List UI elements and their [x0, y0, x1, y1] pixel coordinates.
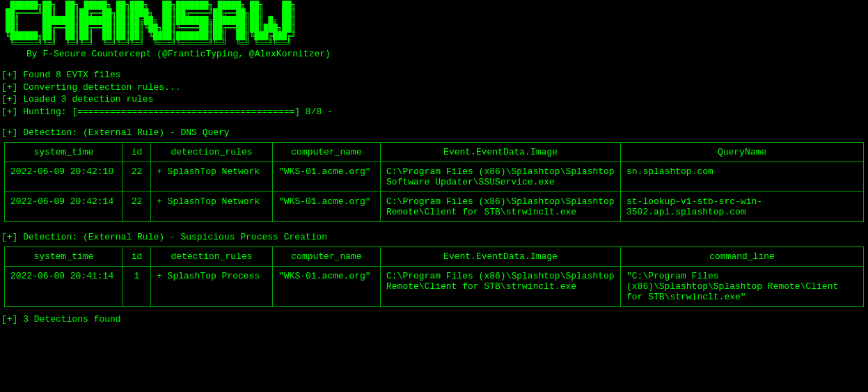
table-row: 2022-06-09 20:41:14 1 + SplashTop Proces… — [5, 267, 864, 307]
cell-command-line: "C:\Program Files (x86)\Splashtop\Splash… — [621, 267, 864, 307]
status-hunting: [+] Hunting: [==========================… — [1, 106, 868, 118]
status-found: [+] Found 8 EVTX files — [1, 69, 868, 81]
detection-table-process: system_time id detection_rules computer_… — [4, 246, 864, 307]
cell-system-time: 2022-06-09 20:41:14 — [5, 267, 123, 307]
col-image: Event.EventData.Image — [381, 143, 621, 162]
cell-system-time: 2022-06-09 20:42:10 — [5, 162, 123, 192]
cell-id: 22 — [123, 192, 151, 222]
table-row: 2022-06-09 20:42:10 22 + SplashTop Netwo… — [5, 162, 864, 192]
cell-id: 22 — [123, 162, 151, 192]
ascii-logo: ██████╗██╗ ██╗ █████╗ ██╗███╗ ██╗███████… — [6, 1, 868, 47]
col-computer-name: computer_name — [273, 143, 381, 162]
cell-detection-rules: + SplashTop Process — [151, 267, 273, 307]
status-loaded: [+] Loaded 3 detection rules — [1, 93, 868, 106]
cell-queryname: sn.splashtop.com — [621, 162, 864, 192]
col-queryname: QueryName — [621, 143, 864, 162]
col-system-time: system_time — [5, 143, 123, 162]
detection-header-process: [+] Detection: (External Rule) - Suspici… — [1, 232, 868, 242]
col-computer-name: computer_name — [273, 247, 381, 267]
byline: By F-Secure Countercept (@FranticTyping,… — [26, 49, 868, 59]
cell-computer-name: "WKS-01.acme.org" — [273, 267, 381, 307]
status-converting: [+] Converting detection rules... — [1, 81, 868, 94]
cell-system-time: 2022-06-09 20:42:14 — [5, 192, 123, 222]
table-header-row: system_time id detection_rules computer_… — [5, 247, 864, 267]
col-detection-rules: detection_rules — [151, 247, 273, 267]
table-header-row: system_time id detection_rules computer_… — [5, 143, 864, 162]
cell-computer-name: "WKS-01.acme.org" — [273, 192, 381, 222]
col-detection-rules: detection_rules — [151, 143, 273, 162]
col-system-time: system_time — [5, 247, 123, 267]
summary: [+] 3 Detections found — [1, 314, 868, 324]
cell-image: C:\Program Files (x86)\Splashtop\Splasht… — [381, 192, 621, 222]
col-command-line: command_line — [621, 247, 864, 267]
cell-computer-name: "WKS-01.acme.org" — [273, 162, 381, 192]
cell-queryname: st-lookup-v1-stb-src-win-3502.api.splash… — [621, 192, 864, 222]
col-id: id — [123, 247, 151, 267]
table-row: 2022-06-09 20:42:14 22 + SplashTop Netwo… — [5, 192, 864, 222]
cell-image: C:\Program Files (x86)\Splashtop\Splasht… — [381, 267, 621, 307]
cell-id: 1 — [123, 267, 151, 307]
col-image: Event.EventData.Image — [381, 247, 621, 267]
detection-table-dns: system_time id detection_rules computer_… — [4, 142, 864, 222]
detection-header-dns: [+] Detection: (External Rule) - DNS Que… — [1, 127, 868, 138]
cell-detection-rules: + SplashTop Network — [151, 162, 273, 192]
cell-detection-rules: + SplashTop Network — [151, 192, 273, 222]
col-id: id — [123, 143, 151, 162]
cell-image: C:\Program Files (x86)\Splashtop\Splasht… — [381, 162, 621, 192]
